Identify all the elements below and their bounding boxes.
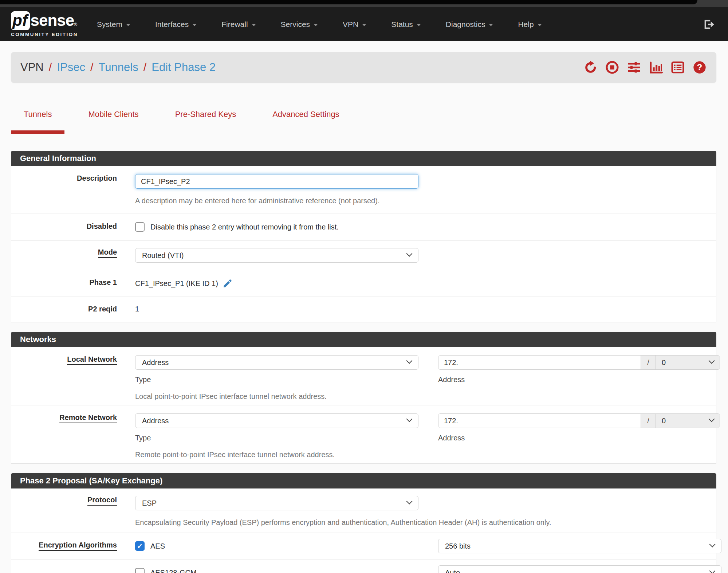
row-p2-reqid: P2 reqid 1 [11,297,716,322]
chevron-down-icon [709,541,716,548]
row-protocol: Protocol ESP Encapsulating Security Payl… [11,488,716,533]
chevron-down-icon [406,416,413,422]
chevron-down-icon [406,358,413,364]
local-network-label: Local Network [11,347,135,405]
section-general-information: General Information Description A descri… [11,151,716,322]
aes-label: AES [150,542,165,550]
section-phase2-proposal: Phase 2 Proposal (SA/Key Exchange) Proto… [11,473,716,573]
chevron-down-icon [489,24,493,26]
breadcrumb: VPN / IPsec / Tunnels / Edit Phase 2 [20,61,216,74]
chevron-down-icon [538,24,542,26]
logo-edition-text: COMMUNITY EDITION [11,32,78,37]
chevron-down-icon [252,24,256,26]
aes-checkbox[interactable]: ✓ [135,541,145,551]
row-description: Description A description may be entered… [11,166,716,213]
remote-network-address-caption: Address [438,434,720,443]
row-encryption-aes: Encryption Algorithms ✓ AES 256 bits [11,533,716,560]
remote-network-help: Remote point-to-point IPsec interface tu… [135,451,720,459]
svg-text:?: ? [697,62,703,72]
stop-icon[interactable] [605,60,619,75]
nav-item-firewall[interactable]: Firewall [209,7,268,41]
navbar-menu: System Interfaces Firewall Services VPN … [84,7,554,41]
breadcrumb-separator: / [143,61,147,74]
tab-advanced-settings[interactable]: Advanced Settings [260,105,352,134]
aes128gcm-keylen-select[interactable]: Auto [438,565,721,573]
remote-network-type-select[interactable]: Address [135,413,418,428]
nav-item-services[interactable]: Services [268,7,331,41]
remote-network-mask-select[interactable]: 0 [656,414,720,428]
row-local-network: Local Network Address Type / [11,347,716,405]
breadcrumb-edit-phase2[interactable]: Edit Phase 2 [151,61,216,74]
aes128gcm-checkbox[interactable] [135,568,145,573]
refresh-icon[interactable] [583,60,598,75]
nav-item-diagnostics[interactable]: Diagnostics [433,7,506,41]
breadcrumb-vpn: VPN [20,61,44,74]
nav-item-interfaces[interactable]: Interfaces [143,7,209,41]
section-title: Phase 2 Proposal (SA/Key Exchange) [11,473,716,488]
protocol-label: Protocol [11,488,135,533]
local-network-address-input[interactable] [438,356,641,369]
chevron-down-icon [709,416,715,422]
pfsense-logo[interactable]: pf sense ® COMMUNITY EDITION [11,11,78,37]
chevron-down-icon [314,24,318,26]
p2-reqid-value: 1 [135,305,139,313]
aes128gcm-label: AES128-GCM [150,569,197,573]
protocol-select[interactable]: ESP [135,496,418,510]
nav-item-vpn[interactable]: VPN [330,7,379,41]
pencil-icon[interactable] [223,278,233,289]
tab-pre-shared-keys[interactable]: Pre-Shared Keys [162,105,249,134]
sign-out-icon[interactable] [703,18,715,31]
nav-item-status[interactable]: Status [379,7,433,41]
tab-mobile-clients[interactable]: Mobile Clients [75,105,151,134]
row-encryption-aes128gcm: AES128-GCM Auto [11,560,716,573]
description-help: A description may be entered here for ad… [135,197,709,205]
aes-keylen-select[interactable]: 256 bits [438,539,721,553]
chevron-down-icon [406,251,413,257]
window-top-shadow [0,0,697,4]
local-network-type-caption: Type [135,376,418,384]
chevron-down-icon [362,24,366,26]
local-network-type-select[interactable]: Address [135,355,418,370]
breadcrumb-separator: / [49,61,52,74]
help-icon[interactable]: ? [692,60,707,75]
sliders-icon[interactable] [627,60,641,75]
bar-chart-icon[interactable] [649,60,663,75]
mode-select[interactable]: Routed (VTI) [135,248,418,263]
local-network-address-caption: Address [438,376,720,384]
phase1-value: CF1_IPsec_P1 (IKE ID 1) [135,279,218,288]
disabled-checkbox[interactable] [135,222,145,232]
local-network-help: Local point-to-point IPsec interface tun… [135,392,720,401]
remote-network-type-caption: Type [135,434,418,443]
nav-item-system[interactable]: System [84,7,143,41]
logo-registered-mark: ® [74,22,77,27]
breadcrumb-separator: / [90,61,94,74]
breadcrumb-link-ipsec[interactable]: IPsec [57,61,85,74]
nav-item-help[interactable]: Help [505,7,554,41]
main-navbar: pf sense ® COMMUNITY EDITION System Inte… [0,7,728,41]
local-network-mask-select[interactable]: 0 [656,356,720,369]
local-network-address-group: / 0 [438,355,720,370]
row-mode: Mode Routed (VTI) [11,241,716,270]
phase1-label: Phase 1 [11,270,135,297]
description-input[interactable] [135,174,418,189]
section-networks: Networks Local Network Address Type [11,332,716,464]
mode-label: Mode [11,241,135,270]
row-phase1: Phase 1 CF1_IPsec_P1 (IKE ID 1) [11,270,716,297]
log-list-icon[interactable] [670,60,685,75]
window-top-strip [0,0,728,7]
address-slash-separator: / [641,356,656,369]
breadcrumb-bar: VPN / IPsec / Tunnels / Edit Phase 2 [11,52,716,83]
address-slash-separator: / [641,414,656,428]
tab-tunnels[interactable]: Tunnels [11,105,64,134]
remote-network-address-group: / 0 [438,413,720,428]
chevron-down-icon [709,358,715,364]
disabled-label: Disabled [11,213,135,240]
chevron-down-icon [192,24,197,26]
logo-sense-text: sense [31,11,74,30]
logo-pf-box: pf [11,11,30,30]
p2-reqid-label: P2 reqid [11,297,135,322]
breadcrumb-link-tunnels[interactable]: Tunnels [99,61,138,74]
page-tabs: Tunnels Mobile Clients Pre-Shared Keys A… [11,105,716,134]
remote-network-address-input[interactable] [438,414,641,428]
encryption-algorithms-label-spacer [11,560,135,573]
